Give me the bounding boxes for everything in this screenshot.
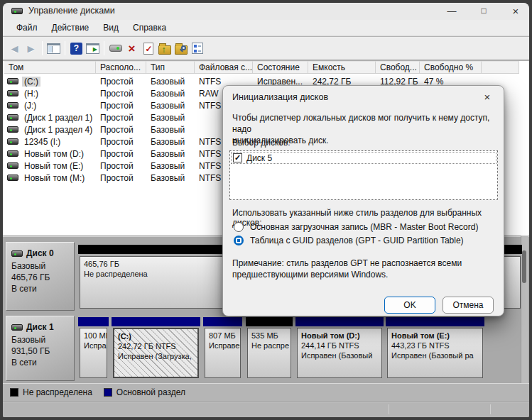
back-icon[interactable]: ◀	[6, 40, 23, 57]
disk1-partition-d[interactable]: Новый том (D:) 244,14 ГБ NTFS Исправен (…	[295, 317, 384, 380]
legend-unallocated: Не распределена	[10, 387, 92, 397]
dialog-note: Примечание: стиль разделов GPT не распоз…	[232, 258, 462, 280]
disk-select-label: Выбор дисков:	[232, 138, 291, 148]
header-status[interactable]: Состояние	[253, 61, 308, 74]
initialize-disks-dialog: Инициализация дисков × Чтобы диспетчер л…	[222, 85, 504, 316]
minimize-button[interactable]: —	[441, 3, 462, 20]
disk-type: Базовый	[11, 260, 74, 272]
primary-partition-swatch	[104, 388, 112, 397]
menu-file[interactable]: Файл	[10, 21, 44, 34]
dialog-close-icon[interactable]: ×	[478, 89, 496, 106]
maximize-button[interactable]: □	[473, 3, 494, 20]
volume-icon	[7, 78, 18, 84]
scrollbar-thumb[interactable]	[522, 250, 526, 283]
disk-name: Диск 1	[26, 321, 54, 333]
volume-name: (J:)	[22, 101, 38, 111]
console-tree-icon[interactable]	[45, 40, 62, 57]
disk-name: Диск 0	[26, 248, 54, 259]
toolbar-separator	[65, 41, 65, 55]
volume-name: Новый том (D:)	[22, 149, 86, 159]
volume-name: (Диск 1 раздел 1)	[22, 113, 94, 123]
ok-button[interactable]: OK	[384, 297, 435, 314]
disk-size: 465,76 ГБ	[11, 272, 74, 283]
volume-name: Новый том (E:)	[22, 161, 85, 171]
header-filesystem[interactable]: Файловая с...	[195, 61, 253, 74]
volume-name: (Диск 1 раздел 4)	[22, 125, 94, 135]
volume-icon	[7, 138, 18, 145]
disk-icon	[11, 250, 23, 257]
header-capacity[interactable]: Емкость	[308, 61, 376, 74]
action-pane-icon[interactable]: ▶	[85, 40, 101, 57]
volume-icon	[7, 126, 18, 133]
disk5-label: Диск 5	[246, 153, 272, 163]
status-bar	[3, 401, 529, 417]
volume-name: (H:)	[22, 89, 40, 99]
remote-connect-icon[interactable]	[107, 40, 124, 57]
unallocated-swatch	[10, 388, 18, 397]
properties-icon[interactable]	[189, 40, 205, 57]
check-document-icon[interactable]	[140, 40, 156, 57]
window-title: Управление дисками	[28, 6, 115, 16]
volume-icon	[7, 162, 18, 169]
legend-primary: Основной раздел	[104, 387, 185, 397]
header-volume[interactable]: Том	[4, 61, 96, 74]
mbr-option[interactable]: Основная загрузочная запись (MBR - Maste…	[234, 222, 478, 232]
volume-name: (C:)	[22, 77, 40, 87]
dialog-title: Инициализация дисков	[232, 92, 328, 102]
disk1-partition-recovery[interactable]: 807 МБ Исправен	[203, 317, 242, 380]
disk-management-window: Управление дисками — □ × Файл Действие В…	[3, 3, 529, 417]
volume-icon	[7, 175, 18, 181]
title-bar: Управление дисками — □ ×	[3, 3, 529, 20]
volume-icon	[7, 114, 18, 121]
volume-name: 12345 (I:)	[22, 137, 63, 147]
menu-action[interactable]: Действие	[45, 21, 96, 34]
disk1-partition-c[interactable]: (C:) 242,72 ГБ NTFS Исправен (Загрузка,	[112, 317, 200, 380]
disk5-list-item[interactable]: ✓ Диск 5	[231, 152, 496, 164]
header-free-pct[interactable]: Свободно %	[420, 61, 482, 74]
disk0-label[interactable]: Диск 0 Базовый 465,76 ГБ В сети	[6, 242, 75, 311]
cancel-button[interactable]: Отмена	[443, 297, 494, 314]
volume-name: Новый том (M:)	[22, 173, 87, 183]
volume-icon	[7, 150, 18, 157]
volume-icon	[7, 90, 18, 96]
gpt-radio[interactable]	[234, 236, 244, 245]
disk-select-listbox[interactable]: ✓ Диск 5	[229, 150, 498, 200]
disk-icon	[11, 324, 23, 331]
cell-type: Базовый	[146, 77, 195, 87]
header-blank	[482, 61, 519, 74]
mbr-radio[interactable]	[234, 222, 244, 232]
folder-up-icon[interactable]: ↑	[156, 40, 173, 57]
status-separator	[389, 404, 389, 414]
toolbar-separator	[42, 41, 43, 55]
legend-bar: Не распределена Основной раздел	[3, 383, 529, 401]
cell-layout: Простой	[96, 77, 146, 87]
gpt-option[interactable]: Таблица с GUID разделов (GPT - GUID Part…	[234, 236, 464, 245]
toolbar-separator	[104, 41, 104, 55]
disk1-partition-e[interactable]: Новый том (E:) 443,23 ГБ NTFS Исправен (…	[386, 317, 484, 380]
folder-search-icon[interactable]	[173, 40, 189, 57]
app-icon	[11, 8, 23, 14]
menu-view[interactable]: Вид	[97, 21, 125, 34]
menu-help[interactable]: Справка	[126, 21, 173, 34]
disk1-label[interactable]: Диск 1 Базовый 931,50 ГБ В сети	[6, 316, 75, 381]
disk-size: 931,50 ГБ	[11, 346, 74, 357]
menu-bar: Файл Действие Вид Справка	[3, 20, 529, 36]
disk-status: В сети	[11, 357, 74, 368]
disk-type: Базовый	[11, 334, 74, 346]
status-separator	[490, 404, 491, 414]
disk1-partition-unallocated[interactable]: 535 МБ Не распре	[246, 317, 293, 380]
disk5-checkbox[interactable]: ✓	[233, 153, 242, 162]
header-free[interactable]: Свобод...	[376, 61, 420, 74]
header-type[interactable]: Тип	[146, 61, 195, 74]
disk1-partition-system[interactable]: 100 МБ Исправ	[78, 317, 109, 380]
volume-list-header: Том Располо... Тип Файловая с... Состоян…	[4, 61, 519, 74]
volume-icon	[7, 102, 18, 109]
toolbar: ◀ ▶ ? ▶ × ↑	[3, 37, 529, 60]
header-layout[interactable]: Располо...	[96, 61, 146, 74]
help-icon[interactable]: ?	[68, 40, 85, 57]
disk-status: В сети	[11, 283, 74, 294]
forward-icon[interactable]: ▶	[23, 40, 39, 57]
delete-icon[interactable]: ×	[124, 40, 140, 57]
close-button[interactable]: ×	[505, 3, 526, 20]
